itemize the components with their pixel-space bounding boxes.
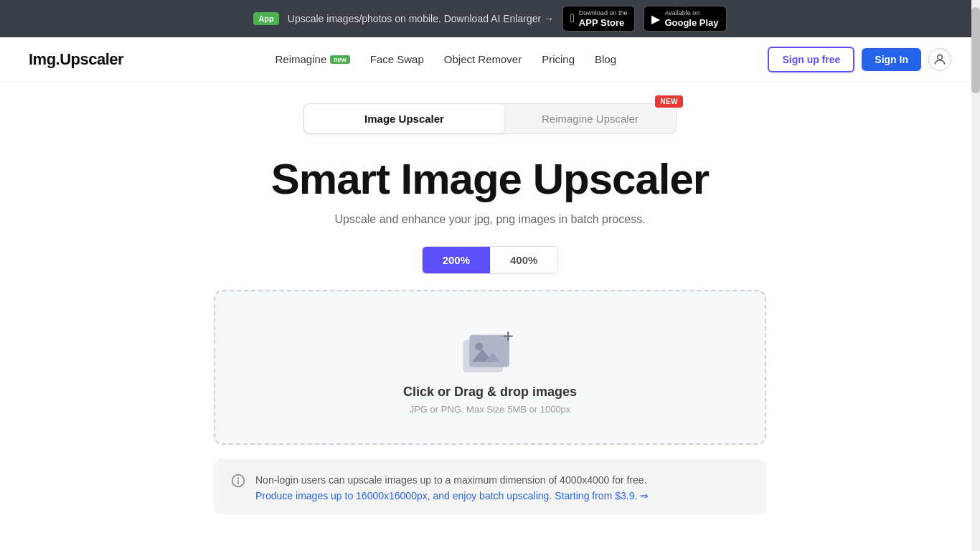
top-banner: App Upscale images/photos on mobile. Dow… [0, 0, 980, 37]
appstore-name: APP Store [579, 17, 628, 29]
googleplay-name: Google Play [664, 17, 718, 29]
tab-switcher: Image Upscaler Reimagine Upscaler NEW [303, 103, 677, 134]
googleplay-button[interactable]: ▶ Available on Google Play [644, 6, 726, 32]
reimagine-new-badge: new [330, 55, 350, 64]
nav-reimagine[interactable]: Reimagine new [275, 53, 350, 65]
upload-image-icon [458, 327, 522, 385]
scale-200-button[interactable]: 200% [423, 247, 490, 273]
info-link[interactable]: Produce images up to 16000x16000px, and … [255, 490, 649, 501]
app-label: App [253, 12, 278, 25]
upload-area[interactable]: Click or Drag & drop images JPG or PNG. … [214, 290, 766, 445]
main-subtitle: Upscale and enhance your jpg, png images… [334, 213, 645, 226]
nav-links: Reimagine new Face Swap Object Remover P… [275, 53, 617, 65]
signup-button[interactable]: Sign up free [768, 47, 854, 72]
appstore-sub: Download on the [579, 9, 628, 17]
tab-reimagine-upscaler[interactable]: Reimagine Upscaler [504, 104, 676, 133]
nav-pricing[interactable]: Pricing [542, 53, 575, 65]
nav-object-remover[interactable]: Object Remover [444, 53, 522, 65]
banner-text: Upscale images/photos on mobile. Downloa… [288, 13, 554, 24]
info-content: Non-login users can upscale images up to… [255, 472, 649, 501]
googleplay-sub: Available on [664, 9, 718, 17]
scrollbar-thumb[interactable] [971, 7, 980, 93]
scale-buttons: 200% 400% [422, 246, 559, 274]
google-play-icon: ▶ [651, 12, 660, 26]
navbar: Img.Upscaler Reimagine new Face Swap Obj… [0, 37, 980, 82]
scale-400-button[interactable]: 400% [490, 247, 557, 273]
svg-point-0 [938, 55, 943, 60]
logo[interactable]: Img.Upscaler [29, 50, 123, 69]
info-text: Non-login users can upscale images up to… [255, 474, 647, 486]
nav-face-swap[interactable]: Face Swap [370, 53, 424, 65]
tab-image-upscaler[interactable]: Image Upscaler [304, 104, 504, 133]
upload-label: Click or Drag & drop images [403, 385, 577, 400]
main-title: Smart Image Upscaler [271, 156, 709, 203]
svg-point-3 [475, 343, 483, 351]
info-icon [231, 474, 245, 491]
info-box: Non-login users can upscale images up to… [214, 459, 766, 514]
tab-reimagine-wrapper: Reimagine Upscaler NEW [504, 104, 676, 133]
nav-actions: Sign up free Sign In [768, 47, 951, 72]
reimagine-tab-new-badge: NEW [655, 95, 683, 108]
nav-blog[interactable]: Blog [595, 53, 616, 65]
avatar-icon[interactable] [928, 48, 951, 71]
upload-hint: JPG or PNG. Max Size 5MB or 1000px [410, 404, 571, 415]
apple-icon:  [570, 12, 575, 25]
signin-button[interactable]: Sign In [862, 48, 921, 71]
appstore-button[interactable]:  Download on the APP Store [562, 6, 635, 32]
main-content: Image Upscaler Reimagine Upscaler NEW Sm… [0, 82, 980, 542]
scrollbar[interactable] [971, 0, 980, 551]
